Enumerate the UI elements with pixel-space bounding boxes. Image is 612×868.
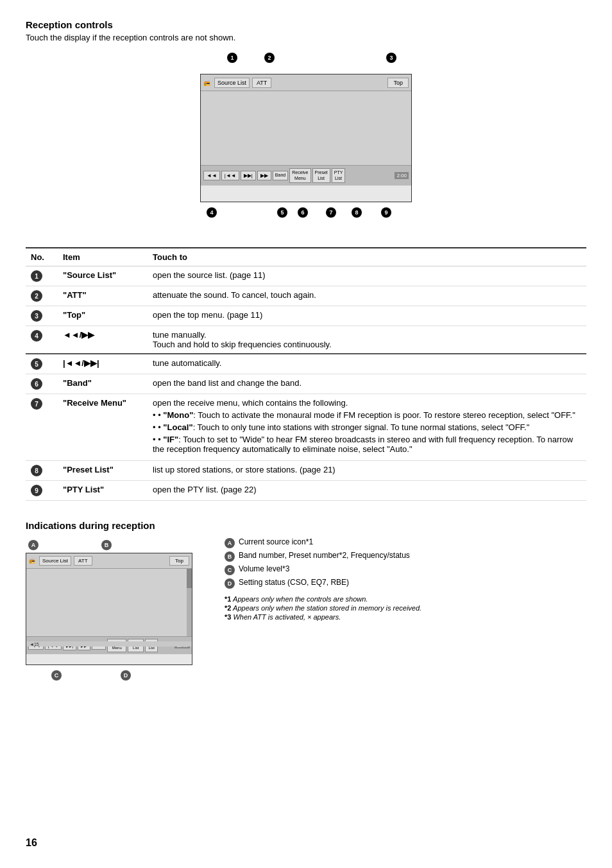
table-row: 4 ◄◄/▶▶ tune manually.Touch and hold to … (26, 326, 586, 354)
row-num: 9 (31, 485, 42, 496)
d2-att-btn[interactable]: ATT (74, 556, 92, 566)
top-btn[interactable]: Top (387, 78, 409, 88)
legend-item-B: B Band number, Preset number*2, Frequenc… (225, 551, 586, 562)
row-item: "Source List" (58, 266, 148, 286)
row-num: 4 (31, 330, 42, 342)
time-display: 2:00 (395, 172, 409, 179)
band-btn[interactable]: Band (273, 171, 288, 180)
footnote-2: *2 Appears only when the station stored … (225, 604, 586, 612)
row-touch: attenuate the sound. To cancel, touch ag… (148, 286, 586, 306)
row-touch: open the band list and change the band. (148, 374, 586, 394)
table-row: 1 "Source List" open the source list. (p… (26, 266, 586, 286)
row-item: "Band" (58, 374, 148, 394)
row-item: "Receive Menu" (58, 394, 148, 461)
table-row: 2 "ATT" attenuate the sound. To cancel, … (26, 286, 586, 306)
col-header-item: Item (58, 248, 148, 266)
callout-8: 8 (352, 207, 362, 218)
row-num: 5 (31, 358, 42, 370)
legend-item-C: C Volume level*3 (225, 564, 586, 575)
row-item: "PTY List" (58, 481, 148, 501)
preset-list-btn[interactable]: PresetList (312, 168, 330, 183)
legend-circle-A: A (225, 538, 235, 548)
callout-C: C (51, 670, 62, 681)
table-row: 9 "PTY List" open the PTY list. (page 22… (26, 481, 586, 501)
d2-vol-indicator: ◄15 (30, 642, 39, 647)
callout-1: 1 (227, 53, 237, 63)
legend-text-C: Volume level*3 (239, 564, 289, 573)
legend-circle-D: D (225, 578, 235, 589)
row-num: 2 (31, 290, 42, 302)
legend-item-A: A Current source icon*1 (225, 537, 586, 548)
callout-5: 5 (277, 207, 287, 218)
page-number: 16 (26, 837, 37, 849)
table-row: 7 "Receive Menu" open the receive menu, … (26, 394, 586, 461)
row-item: |◄◄/▶▶| (58, 354, 148, 374)
callout-2: 2 (264, 53, 275, 63)
row-num: 1 (31, 270, 42, 282)
col-header-no: No. (26, 248, 58, 266)
legend-text-A: Current source icon*1 (239, 537, 313, 546)
table-row: 8 "Preset List" list up stored stations,… (26, 461, 586, 481)
footnotes: *1 Appears only when the controls are sh… (225, 595, 586, 621)
bullet-bold: "Local" (163, 422, 192, 432)
row-item: ◄◄/▶▶ (58, 326, 148, 354)
receive-menu-btn[interactable]: ReceiveMenu (289, 168, 310, 183)
row-touch: open the PTY list. (page 22) (148, 481, 586, 501)
legend-circle-B: B (225, 551, 235, 562)
callout-9: 9 (381, 207, 391, 218)
d2-top-btn[interactable]: Top (169, 556, 189, 566)
table-row: 5 |◄◄/▶▶| tune automatically. (26, 354, 586, 374)
callout-7: 7 (326, 207, 336, 218)
indications-layout: A B 📻 Source List ATT Top ◄15 ◄◄ |◄◄ (26, 537, 586, 683)
legend-text-B: Band number, Preset number*2, Frequency/… (239, 551, 410, 560)
legend-text-D: Setting status (CSO, EQ7, RBE) (239, 578, 349, 587)
callout-D: D (121, 670, 131, 681)
row-item: "Preset List" (58, 461, 148, 481)
diagram1: 1 2 3 📻 Source List ATT Top ◄15 ◄◄ |◄◄ (26, 51, 586, 236)
skip-back-btn[interactable]: |◄◄ (221, 171, 239, 180)
row-num: 3 (31, 310, 42, 322)
callout-6: 6 (298, 207, 308, 218)
bullet-bold: "Mono" (163, 410, 193, 420)
row-item: "Top" (58, 306, 148, 326)
source-list-btn[interactable]: Source List (214, 78, 250, 88)
row-num: 8 (31, 465, 42, 476)
callout-4: 4 (207, 207, 217, 218)
diagram2: A B 📻 Source List ATT Top ◄15 ◄◄ |◄◄ (26, 537, 205, 683)
row-touch: tune manually.Touch and hold to skip fre… (148, 326, 586, 354)
row-touch: open the source list. (page 11) (148, 266, 586, 286)
fwd-btn[interactable]: ▶▶ (257, 171, 271, 180)
row-touch: open the top menu. (page 11) (148, 306, 586, 326)
legend: A Current source icon*1 B Band number, P… (225, 537, 586, 622)
att-btn[interactable]: ATT (252, 78, 271, 88)
row-touch: tune automatically. (148, 354, 586, 374)
bullet-bold: "IF" (163, 435, 178, 444)
pty-list-btn[interactable]: PTYList (332, 168, 346, 183)
footnote-3: *3 When ATT is activated, × appears. (225, 613, 586, 621)
section2-title: Indications during reception (26, 520, 586, 531)
footnote-1: *1 Appears only when the controls are sh… (225, 595, 586, 603)
skip-fwd-btn[interactable]: ▶▶| (241, 171, 256, 180)
row-touch: open the receive menu, which contains th… (148, 394, 586, 461)
col-header-touch: Touch to (148, 248, 586, 266)
callout-3: 3 (386, 53, 396, 63)
legend-item-D: D Setting status (CSO, EQ7, RBE) (225, 578, 586, 589)
table-row: 3 "Top" open the top menu. (page 11) (26, 306, 586, 326)
row-item: "ATT" (58, 286, 148, 306)
section1-title: Reception controls (26, 19, 586, 30)
row-num: 7 (31, 398, 42, 410)
controls-table: No. Item Touch to 1 "Source List" open t… (26, 247, 586, 501)
callout-A: A (28, 540, 38, 550)
callout-B: B (101, 540, 112, 550)
section1-subtitle: Touch the display if the reception contr… (26, 33, 586, 42)
legend-circle-C: C (225, 565, 235, 575)
row-touch: list up stored stations, or store statio… (148, 461, 586, 481)
row-num: 6 (31, 378, 42, 390)
rewind-btn[interactable]: ◄◄ (203, 171, 220, 180)
table-row: 6 "Band" open the band list and change t… (26, 374, 586, 394)
d2-source-list-btn[interactable]: Source List (39, 556, 71, 566)
